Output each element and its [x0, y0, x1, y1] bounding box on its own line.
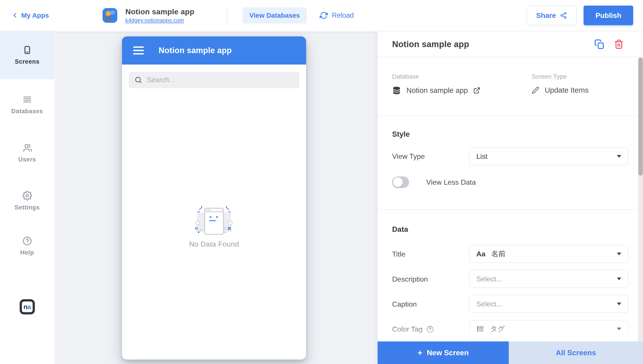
style-section-heading: Style [392, 130, 410, 138]
empty-state-text: No Data Found [189, 240, 239, 248]
help-tooltip-icon[interactable] [426, 326, 434, 333]
description-field-label: Description [392, 275, 428, 284]
copy-icon [594, 39, 604, 49]
panel-footer: + New Screen All Screens [378, 342, 643, 364]
caret-down-icon [617, 328, 621, 330]
sidebar-label-help: Help [20, 249, 34, 256]
refresh-icon [320, 12, 328, 20]
app-icon [103, 8, 117, 23]
sidebar-label-settings: Settings [15, 204, 40, 211]
empty-state: No Data Found [122, 202, 306, 248]
help-circle-icon [23, 236, 32, 246]
duplicate-screen-button[interactable] [594, 39, 604, 49]
panel-title: Notion sample app [392, 40, 594, 49]
data-section-heading: Data [392, 225, 408, 234]
sidebar-item-databases[interactable]: Databases [0, 90, 54, 120]
pencil-icon [532, 86, 539, 94]
reload-button[interactable]: Reload [320, 12, 354, 20]
view-databases-button[interactable]: View Databases [242, 7, 307, 24]
notionapps-logo-letters: na [22, 302, 33, 312]
phone-search-bar[interactable] [129, 72, 299, 88]
caret-down-icon [617, 302, 621, 305]
external-link-icon [473, 87, 480, 94]
screen-type-info: Screen Type Update Items [532, 73, 588, 94]
color-tag-field-select[interactable]: タグ [469, 320, 628, 338]
panel-scrollbar[interactable] [638, 57, 643, 342]
phone-preview: Notion sample app [122, 36, 306, 360]
caret-down-icon [617, 252, 621, 255]
hamburger-menu-icon[interactable] [133, 46, 144, 54]
app-url-link[interactable]: k4dgey.notionapps.com [125, 17, 194, 24]
database-icon [392, 86, 401, 95]
caption-field-placeholder: Select... [476, 300, 502, 308]
caret-down-icon [617, 278, 621, 280]
color-tag-field-value: タグ [490, 324, 505, 334]
screen-type-label: Screen Type [532, 73, 588, 80]
view-type-select[interactable]: List [469, 148, 628, 165]
toggle-knob [393, 177, 403, 187]
avatar-body-shape [105, 16, 112, 20]
description-field-select[interactable]: Select... [469, 270, 628, 288]
all-screens-button[interactable]: All Screens [509, 342, 643, 364]
sidebar-label-databases: Databases [11, 108, 43, 115]
top-bar: My Apps Notion sample app k4dgey.notiona… [0, 0, 643, 31]
scrollbar-thumb[interactable] [638, 58, 643, 176]
gear-icon [22, 191, 32, 200]
back-label: My Apps [21, 12, 49, 19]
phone-app-title: Notion sample app [159, 46, 232, 55]
title-field-value: 名前 [491, 249, 506, 259]
sidebar-item-screens[interactable]: Screens [0, 31, 54, 79]
caret-down-icon [617, 155, 621, 158]
list-property-icon [476, 325, 484, 333]
sidebar-label-users: Users [18, 156, 36, 163]
search-input[interactable] [147, 76, 294, 84]
section-divider [378, 210, 643, 210]
plus-icon: + [418, 348, 422, 358]
share-icon [560, 12, 567, 19]
title-field-select[interactable]: Aa 名前 [469, 245, 628, 263]
sidebar-item-help[interactable]: Help [0, 231, 54, 261]
chevron-left-icon [12, 12, 18, 18]
view-type-value: List [476, 152, 487, 160]
back-to-my-apps-link[interactable]: My Apps [12, 12, 49, 19]
title-field-label: Title [392, 250, 405, 258]
share-label: Share [536, 12, 556, 20]
description-field-placeholder: Select... [476, 275, 502, 283]
screen-settings-panel: Notion sample app Database Notion sample… [378, 32, 643, 364]
screen-type-value: Update Items [532, 86, 588, 94]
preview-workspace: Notion sample app [55, 32, 378, 364]
view-type-label: View Type [392, 152, 425, 160]
color-tag-field-label: Color Tag [392, 325, 434, 334]
avatar-head-shape [106, 11, 111, 16]
database-value[interactable]: Notion sample app [392, 86, 480, 95]
phone-app-header: Notion sample app [122, 36, 306, 64]
app-info: Notion sample app k4dgey.notionapps.com [103, 7, 194, 24]
screens-icon [23, 45, 32, 55]
trash-icon [614, 39, 624, 49]
caption-field-select[interactable]: Select... [469, 295, 628, 313]
app-root: My Apps Notion sample app k4dgey.notiona… [0, 0, 643, 364]
database-info: Database Notion sample app [392, 73, 480, 95]
sidebar-item-users[interactable]: Users [0, 138, 54, 168]
sidebar-item-settings[interactable]: Settings [0, 186, 54, 216]
vertical-divider [227, 7, 227, 24]
text-property-icon: Aa [476, 250, 485, 258]
no-data-illustration [188, 202, 240, 240]
new-screen-label: New Screen [427, 348, 468, 357]
caption-field-label: Caption [392, 300, 417, 308]
search-icon [135, 76, 142, 84]
speech-bubble-shape [110, 10, 115, 14]
notionapps-logo[interactable]: na [20, 299, 35, 314]
delete-screen-button[interactable] [614, 39, 624, 49]
view-less-data-toggle[interactable] [392, 176, 409, 188]
panel-header: Notion sample app [378, 32, 643, 57]
publish-button[interactable]: Publish [583, 6, 633, 25]
section-divider [378, 115, 643, 116]
databases-icon [22, 95, 33, 104]
sidebar-label-screens: Screens [15, 58, 40, 65]
new-screen-button[interactable]: + New Screen [378, 342, 509, 364]
app-title: Notion sample app [125, 7, 194, 16]
reload-label: Reload [332, 12, 354, 20]
database-label: Database [392, 73, 480, 80]
share-button[interactable]: Share [527, 6, 576, 25]
